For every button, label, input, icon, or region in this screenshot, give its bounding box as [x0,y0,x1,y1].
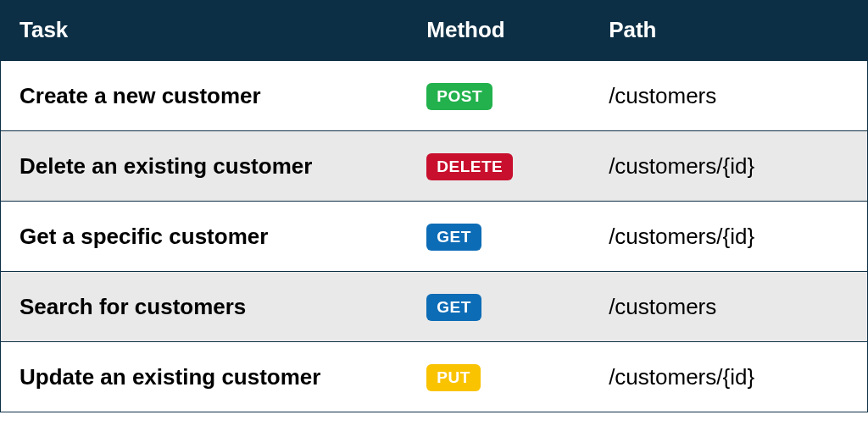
header-path: Path [590,0,867,61]
task-cell: Create a new customer [1,61,409,131]
table-row: Create a new customer POST /customers [1,61,868,131]
table-row: Get a specific customer GET /customers/{… [1,202,868,272]
method-badge: POST [426,83,492,110]
path-cell: /customers/{id} [590,202,867,272]
method-badge: DELETE [426,153,513,180]
table-header-row: Task Method Path [1,0,868,61]
method-badge: GET [426,224,481,251]
path-cell: /customers [590,272,867,342]
method-badge: GET [426,294,481,321]
table-row: Delete an existing customer DELETE /cust… [1,131,868,202]
table-row: Search for customers GET /customers [1,272,868,342]
method-cell: DELETE [408,131,590,202]
task-cell: Update an existing customer [1,342,409,412]
header-method: Method [408,0,590,61]
api-endpoints-table: Task Method Path Create a new customer P… [0,0,868,412]
header-task: Task [1,0,409,61]
method-cell: POST [408,61,590,131]
task-cell: Search for customers [1,272,409,342]
method-cell: PUT [408,342,590,412]
table-row: Update an existing customer PUT /custome… [1,342,868,412]
path-cell: /customers [590,61,867,131]
task-cell: Get a specific customer [1,202,409,272]
path-cell: /customers/{id} [590,342,867,412]
method-cell: GET [408,202,590,272]
path-cell: /customers/{id} [590,131,867,202]
method-cell: GET [408,272,590,342]
method-badge: PUT [426,364,481,391]
task-cell: Delete an existing customer [1,131,409,202]
